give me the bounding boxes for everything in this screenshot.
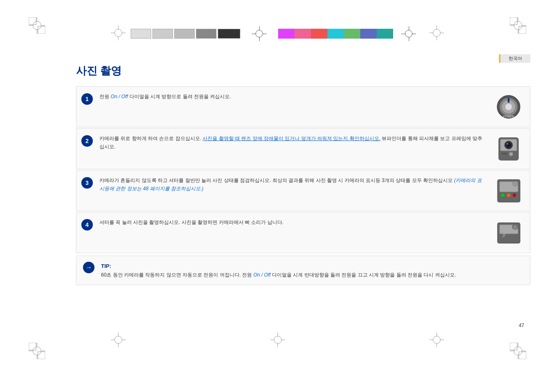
step-image-3 <box>492 176 525 205</box>
svg-point-38 <box>513 194 516 197</box>
on-off-tip: On / Off <box>253 272 271 278</box>
step-content-1: 전원 On / Off 다이얼을 시계 방향으로 돌려 전원을 켜십시오. <box>99 92 486 101</box>
lens-icon <box>495 136 522 162</box>
top-color-bar <box>0 21 555 46</box>
step-number-3: 3 <box>81 177 93 189</box>
step-1: 1 전원 On / Off 다이얼을 시계 방향으로 돌려 전원을 켜십시오. … <box>76 86 530 127</box>
svg-point-49 <box>274 336 281 344</box>
step-number-2: 2 <box>81 135 93 147</box>
svg-point-52 <box>433 336 440 344</box>
svg-point-55 <box>115 29 122 37</box>
crosshair-left <box>252 26 267 41</box>
tip-content: TIP: 60초 동안 카메라를 작동하지 않으면 자동으로 전원이 꺼집니다.… <box>101 262 456 279</box>
power-dial-icon: POWER <box>495 94 522 120</box>
step-content-4: 셔터를 꼭 눌러 사진을 촬영하십시오. 사진을 촬영하면 카메라에서 삐 소리… <box>99 218 486 226</box>
step-image-1: POWER <box>492 92 525 121</box>
step-image-2 <box>492 134 525 163</box>
step-content-3: 카메라가 흔들리지 않도록 하고 셔터를 절반만 눌러 사진 상태를 점검하십시… <box>99 176 486 193</box>
svg-point-17 <box>514 347 522 355</box>
svg-text:POWER: POWER <box>503 115 514 118</box>
crosshair-right <box>401 26 416 41</box>
svg-point-36 <box>501 194 504 197</box>
crosshair-top-right <box>429 25 444 42</box>
shutter-icon <box>495 178 522 204</box>
page-title: 사진 촬영 <box>76 64 530 78</box>
svg-point-12 <box>33 347 41 355</box>
svg-point-39 <box>513 181 518 186</box>
corner-mark-bottom-left <box>29 343 45 359</box>
tip-label: TIP: <box>101 263 111 269</box>
tip-box: → TIP: 60초 동안 카메라를 작동하지 않으면 자동으로 전원이 꺼집니… <box>76 256 530 285</box>
svg-rect-24 <box>508 98 509 103</box>
svg-point-43 <box>513 226 517 230</box>
on-off-1: On / Off <box>111 94 128 99</box>
svg-point-58 <box>433 29 440 37</box>
svg-rect-33 <box>502 153 507 154</box>
crosshair-top-left <box>111 25 126 42</box>
tip-arrow-icon: → <box>83 262 94 273</box>
svg-point-46 <box>115 336 122 344</box>
shutter-press-icon <box>495 219 522 246</box>
svg-point-30 <box>507 143 508 145</box>
main-content: 사진 촬영 1 전원 On / Off 다이얼을 시계 방향으로 돌려 전원을 … <box>76 53 530 330</box>
svg-point-37 <box>507 194 510 197</box>
step-content-2: 카메라를 위로 향하게 하여 손으로 잡으십시오. 사진을 촬영할 때 렌즈 앞… <box>99 134 486 151</box>
italic-text-3: (카메라의 표시등에 관한 정보는 48 페이지를 참조하십시오.) <box>99 178 482 191</box>
svg-point-32 <box>510 153 512 155</box>
crosshair-bottom-center <box>270 332 285 349</box>
step-image-4 <box>492 218 525 247</box>
crosshair-bottom-left <box>111 332 126 349</box>
page-number: 47 <box>519 323 524 328</box>
step-4: 4 셔터를 꼭 눌러 사진을 촬영하십시오. 사진을 촬영하면 카메라에서 삐 … <box>76 212 530 253</box>
crosshair-bottom-right <box>429 332 444 349</box>
step-number-4: 4 <box>81 219 93 231</box>
corner-mark-bottom-right <box>510 343 526 359</box>
blue-text-2: 사진을 촬영할 때 렌즈 앞에 장애물이 있거나 덮개가 씌워져 있는지 확인하… <box>203 136 380 141</box>
steps-container: 1 전원 On / Off 다이얼을 시계 방향으로 돌려 전원을 켜십시오. … <box>76 86 530 285</box>
step-number-1: 1 <box>81 93 93 105</box>
step-2: 2 카메라를 위로 향하게 하여 손으로 잡으십시오. 사진을 촬영할 때 렌즈… <box>76 128 530 169</box>
svg-point-23 <box>505 104 512 110</box>
step-3: 3 카메라가 흔들리지 않도록 하고 셔터를 절반만 눌러 사진 상태를 점검하… <box>76 170 530 211</box>
